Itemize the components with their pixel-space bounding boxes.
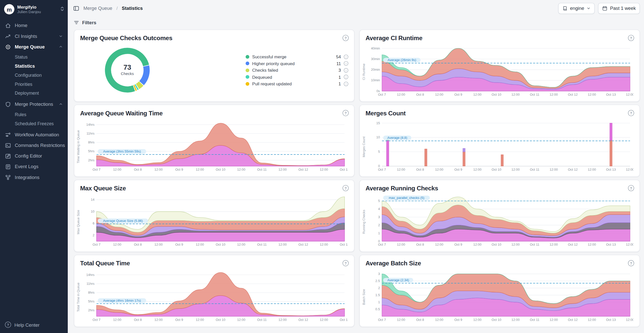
sidebar-item-scheduled-freezes[interactable]: Scheduled Freezes	[0, 119, 68, 128]
sidebar-item-event-logs[interactable]: Event Logs	[0, 161, 68, 172]
repository-icon	[562, 6, 567, 11]
svg-text:Oct 9: Oct 9	[175, 243, 183, 246]
svg-text:15: 15	[376, 121, 380, 125]
sidebar-item-priorities[interactable]: Priorities	[0, 80, 68, 89]
svg-text:Average (2.34): Average (2.34)	[387, 278, 409, 282]
user-name: Julien Danjou	[17, 9, 57, 14]
y-axis-label: CI Runtime	[361, 42, 366, 101]
legend-item: Pull request updated1i	[246, 80, 348, 87]
sidebar-item-ci-insights[interactable]: CI Insights	[0, 31, 68, 41]
org-switcher[interactable]: m Mergifyio Julien Danjou	[0, 0, 68, 18]
svg-text:Oct 13: Oct 13	[606, 93, 616, 96]
svg-text:12:00: 12:00	[626, 243, 633, 246]
breadcrumb-separator: /	[116, 6, 118, 11]
svg-text:12:00: 12:00	[113, 168, 121, 171]
help-circle-icon[interactable]: ?	[342, 110, 349, 116]
legend-label: Pull request updated	[252, 81, 292, 86]
sidebar-item-config-editor[interactable]: Config Editor	[0, 150, 68, 161]
legend-dot	[246, 62, 249, 65]
svg-text:12:00: 12:00	[549, 168, 558, 171]
svg-text:12:00: 12:00	[511, 243, 520, 246]
svg-text:Oct 8: Oct 8	[134, 168, 142, 171]
svg-text:12:00: 12:00	[588, 168, 596, 171]
chevron-down-icon	[59, 34, 63, 38]
card-average-queue-waiting-time: Average Queue Waiting Time ? Time Waitin…	[74, 105, 355, 177]
help-circle-icon[interactable]: ?	[342, 260, 349, 266]
svg-text:10min: 10min	[371, 78, 380, 82]
svg-text:12:00: 12:00	[511, 93, 520, 96]
legend-item: Dequeued1i	[246, 73, 348, 80]
svg-text:12:00: 12:00	[154, 318, 163, 322]
card-average-batch-size: Average Batch Size ? Batch Size 0.511.52…	[359, 255, 640, 327]
svg-text:0.5: 0.5	[375, 307, 380, 311]
svg-text:Oct 8: Oct 8	[416, 318, 424, 322]
svg-text:0: 0	[378, 164, 380, 168]
sidebar-item-configuration[interactable]: Configuration	[0, 71, 68, 80]
legend-dot	[246, 82, 249, 86]
svg-text:Oct 12: Oct 12	[568, 93, 578, 96]
svg-text:Oct 10: Oct 10	[492, 318, 501, 322]
sidebar-item-merge-protections[interactable]: Merge Protections	[0, 99, 68, 110]
sidebar-item-label: Merge Queue	[15, 44, 45, 49]
svg-text:1.5: 1.5	[375, 293, 380, 297]
svg-text:12:00: 12:00	[588, 243, 596, 246]
sidebar-item-home[interactable]: Home	[0, 20, 68, 31]
sidebar-toggle-icon[interactable]	[73, 5, 79, 11]
svg-text:12:00: 12:00	[279, 243, 287, 246]
card-total-queue-time: Total Queue Time ? Total Time in Queue 2…	[74, 255, 355, 327]
svg-text:Oct 11: Oct 11	[257, 243, 267, 246]
info-icon[interactable]: i	[344, 61, 348, 66]
help-circle-icon[interactable]: ?	[342, 185, 349, 191]
svg-text:Oct 13: Oct 13	[606, 243, 616, 246]
svg-text:Oct 11: Oct 11	[530, 318, 539, 322]
help-circle-icon[interactable]: ?	[628, 185, 634, 191]
help-circle-icon[interactable]: ?	[628, 35, 634, 41]
breadcrumb-current: Statistics	[122, 6, 143, 11]
svg-text:Oct 9: Oct 9	[454, 168, 462, 171]
commands-icon	[5, 142, 11, 148]
chevron-up-icon	[59, 102, 63, 106]
breadcrumb-parent[interactable]: Merge Queue	[83, 6, 112, 11]
legend-item: Checks failed3i	[246, 67, 348, 73]
help-center-button[interactable]: ? Help Center	[0, 316, 68, 333]
svg-text:12:00: 12:00	[473, 318, 481, 322]
svg-text:12:00: 12:00	[154, 243, 163, 246]
info-icon[interactable]: i	[344, 75, 348, 79]
sidebar-item-merge-queue[interactable]: Merge Queue	[0, 41, 68, 52]
svg-text:11hrs: 11hrs	[86, 132, 95, 135]
sidebar-item-label: Home	[15, 23, 28, 28]
svg-text:14hrs: 14hrs	[86, 273, 95, 277]
svg-text:Oct 7: Oct 7	[378, 168, 386, 171]
info-icon[interactable]: i	[344, 54, 348, 59]
info-icon[interactable]: i	[344, 82, 348, 86]
insights-icon	[5, 33, 11, 39]
y-axis-label: Time Waiting in Queue	[76, 117, 81, 176]
svg-text:20min: 20min	[371, 68, 380, 71]
svg-text:Oct 12: Oct 12	[568, 318, 578, 322]
org-name: Mergifyio	[17, 4, 57, 9]
sidebar-item-commands-restrictions[interactable]: Commands Restrictions	[0, 140, 68, 150]
svg-text:Oct 11: Oct 11	[530, 93, 539, 96]
sidebar-item-status[interactable]: Status	[0, 53, 68, 62]
sidebar-item-integrations[interactable]: Integrations	[0, 172, 68, 183]
help-circle-icon[interactable]: ?	[342, 35, 349, 41]
legend-item: Higher priority queued11i	[246, 60, 348, 67]
sidebar-item-workflow-automation[interactable]: Workflow Automation	[0, 129, 68, 140]
svg-text:Oct 13: Oct 13	[606, 168, 616, 171]
sidebar-item-rules[interactable]: Rules	[0, 110, 68, 119]
svg-text:Oct 9: Oct 9	[454, 93, 462, 96]
help-circle-icon[interactable]: ?	[628, 260, 634, 266]
svg-text:12:00: 12:00	[397, 168, 405, 171]
repository-select[interactable]: engine	[558, 3, 595, 14]
svg-text:Average (3hrs 55min 59s): Average (3hrs 55min 59s)	[103, 149, 141, 153]
sidebar-item-statistics[interactable]: Statistics	[0, 62, 68, 71]
svg-text:Oct 12: Oct 12	[568, 168, 578, 171]
sidebar-item-deployment[interactable]: Deployment	[0, 89, 68, 98]
help-circle-icon[interactable]: ?	[628, 110, 634, 116]
time-range-button[interactable]: Past 1 week	[598, 3, 640, 14]
svg-text:Average Queue Size (5.86): Average Queue Size (5.86)	[103, 219, 143, 223]
sidebar-item-label: Merge Protections	[15, 102, 53, 107]
info-icon[interactable]: i	[344, 68, 348, 72]
svg-text:Oct 11: Oct 11	[257, 318, 267, 322]
filters-button[interactable]: Filters	[68, 16, 644, 29]
